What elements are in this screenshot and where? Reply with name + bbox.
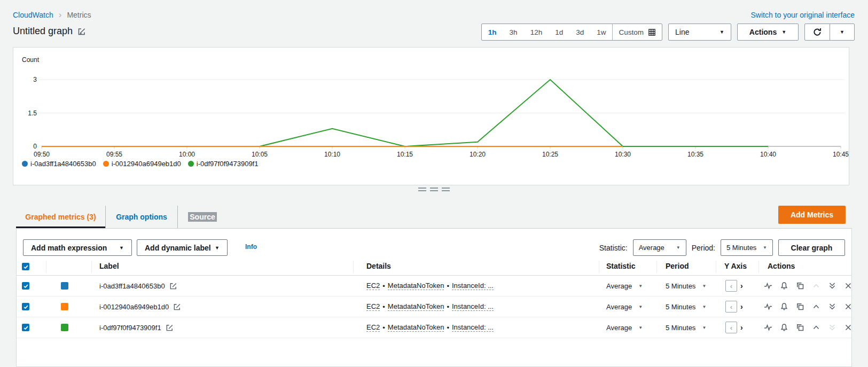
create-alarm-bell-icon[interactable] — [779, 323, 788, 332]
tab-graphed-metrics[interactable]: Graphed metrics (3) — [16, 206, 105, 228]
time-range-3d[interactable]: 3d — [569, 24, 590, 40]
bullet-separator: • — [382, 282, 385, 290]
metric-label: i-0ad3ff1a4840653b0 — [99, 282, 165, 290]
move-up-icon[interactable] — [811, 323, 820, 332]
legend-item[interactable]: i-0df97f0f9473909f1 — [188, 160, 259, 168]
yaxis-right-toggle[interactable]: › — [740, 302, 743, 311]
col-header-yaxis: Period — [666, 262, 689, 270]
custom-range-button[interactable]: Custom — [612, 24, 662, 40]
chevron-down-icon: ▼ — [781, 29, 786, 35]
edit-label-icon[interactable] — [173, 302, 182, 311]
duplicate-icon[interactable] — [795, 302, 804, 311]
row-period-select[interactable]: 5 Minutes ▼ — [666, 317, 706, 338]
period-select[interactable]: 5 Minutes ▼ — [721, 239, 773, 256]
add-math-expression-button[interactable]: Add math expression ▼ — [23, 239, 132, 256]
yaxis-right-toggle[interactable]: › — [740, 323, 743, 332]
chevron-down-icon: ▼ — [702, 304, 706, 309]
details-namespace[interactable]: EC2 — [366, 302, 380, 311]
refresh-options-button[interactable]: ▼ — [830, 24, 854, 40]
info-link[interactable]: Info — [245, 243, 257, 251]
graph-this-metric-icon[interactable] — [763, 323, 772, 332]
svg-text:10:30: 10:30 — [615, 151, 631, 158]
refresh-split-button: ▼ — [804, 24, 855, 41]
time-range-1d[interactable]: 1d — [549, 24, 569, 40]
details-namespace[interactable]: EC2 — [366, 323, 380, 332]
add-dynamic-label: Add dynamic label — [145, 244, 211, 252]
chevron-down-icon: ▼ — [638, 284, 643, 288]
add-dynamic-label-button[interactable]: Add dynamic label ▼ — [137, 239, 228, 256]
details-namespace[interactable]: EC2 — [366, 282, 380, 290]
row-period-select[interactable]: 5 Minutes ▼ — [666, 296, 706, 317]
period-value: 5 Minutes — [726, 244, 756, 252]
time-range-1w[interactable]: 1w — [590, 24, 612, 40]
calendar-icon — [647, 28, 656, 36]
select-all-checkbox[interactable] — [22, 263, 29, 270]
duplicate-icon[interactable] — [795, 323, 804, 332]
row-statistic-select[interactable]: Average ▼ — [606, 276, 643, 296]
row-period-select[interactable]: 5 Minutes ▼ — [666, 276, 706, 296]
panel-resize-handle[interactable] — [0, 188, 868, 191]
svg-text:10:05: 10:05 — [252, 151, 268, 158]
move-down-double-chevron-icon[interactable] — [827, 323, 836, 332]
time-range-12h[interactable]: 12h — [524, 24, 549, 40]
remove-metric-icon[interactable] — [843, 282, 853, 291]
chevron-down-icon: ▼ — [702, 284, 706, 288]
refresh-button[interactable] — [805, 24, 830, 40]
row-checkbox[interactable] — [22, 303, 29, 310]
check-icon — [23, 264, 29, 270]
graph-this-metric-icon[interactable] — [763, 282, 772, 291]
breadcrumb-cloudwatch-link[interactable]: CloudWatch — [13, 11, 53, 19]
graph-this-metric-icon[interactable] — [763, 302, 772, 311]
create-alarm-bell-icon[interactable] — [779, 302, 788, 311]
table-row: i-0ad3ff1a4840653b0 EC2 • MetadataNoToke… — [17, 276, 851, 296]
row-statistic-select[interactable]: Average ▼ — [606, 317, 643, 338]
row-statistic-select[interactable]: Average ▼ — [606, 296, 643, 317]
add-metrics-button[interactable]: Add Metrics — [778, 206, 846, 224]
edit-label-icon[interactable] — [169, 282, 178, 291]
switch-interface-link[interactable]: Switch to your original interface — [750, 11, 855, 19]
move-down-double-chevron-icon[interactable] — [827, 302, 836, 311]
move-up-icon[interactable] — [811, 302, 820, 311]
row-checkbox[interactable] — [22, 324, 29, 331]
details-metric-name[interactable]: MetadataNoToken — [388, 282, 444, 290]
chevron-down-icon: ▼ — [638, 325, 643, 330]
svg-text:10:45: 10:45 — [833, 151, 849, 158]
graph-controls: 1h 3h 12h 1d 3d 1w Custom Line ▼ Actions… — [481, 24, 855, 41]
chart-type-select[interactable]: Line ▼ — [668, 24, 731, 41]
custom-range-label: Custom — [619, 28, 644, 36]
yaxis-left-toggle[interactable]: ‹ — [725, 301, 737, 313]
clear-graph-button[interactable]: Clear graph — [778, 239, 845, 256]
legend-item[interactable]: i-0012940a6949eb1d0 — [103, 160, 181, 168]
chevron-down-icon: ▼ — [840, 29, 844, 35]
edit-title-icon[interactable] — [77, 27, 86, 36]
details-dimensions[interactable]: InstanceId: ... — [452, 282, 494, 290]
statistic-value: Average — [639, 244, 664, 252]
move-down-double-chevron-icon[interactable] — [827, 282, 836, 291]
edit-label-icon[interactable] — [165, 323, 174, 332]
create-alarm-bell-icon[interactable] — [779, 282, 788, 291]
bullet-separator: • — [447, 324, 449, 332]
details-metric-name[interactable]: MetadataNoToken — [388, 323, 444, 332]
yaxis-right-toggle[interactable]: › — [740, 282, 743, 290]
actions-button[interactable]: Actions ▼ — [737, 24, 799, 41]
tab-source[interactable]: Source — [178, 206, 227, 228]
legend-item[interactable]: i-0ad3ff1a4840653b0 — [22, 160, 96, 168]
yaxis-left-toggle[interactable]: ‹ — [725, 280, 737, 292]
svg-text:09:55: 09:55 — [106, 151, 122, 158]
graphed-metrics-panel: Add math expression ▼ Add dynamic label … — [16, 229, 852, 367]
row-statistic-value: Average — [606, 324, 632, 332]
details-metric-name[interactable]: MetadataNoToken — [388, 302, 444, 311]
row-checkbox[interactable] — [22, 282, 29, 290]
statistic-select[interactable]: Average ▼ — [633, 239, 686, 256]
svg-text:1.5: 1.5 — [28, 110, 37, 117]
remove-metric-icon[interactable] — [843, 323, 853, 332]
details-dimensions[interactable]: InstanceId: ... — [452, 302, 494, 311]
remove-metric-icon[interactable] — [843, 302, 853, 311]
time-range-1h[interactable]: 1h — [482, 24, 503, 40]
tab-graph-options[interactable]: Graph options — [105, 206, 178, 228]
move-up-icon[interactable] — [811, 282, 820, 291]
time-range-3h[interactable]: 3h — [503, 24, 524, 40]
yaxis-left-toggle[interactable]: ‹ — [725, 322, 737, 333]
duplicate-icon[interactable] — [795, 282, 804, 291]
details-dimensions[interactable]: InstanceId: ... — [452, 323, 494, 332]
